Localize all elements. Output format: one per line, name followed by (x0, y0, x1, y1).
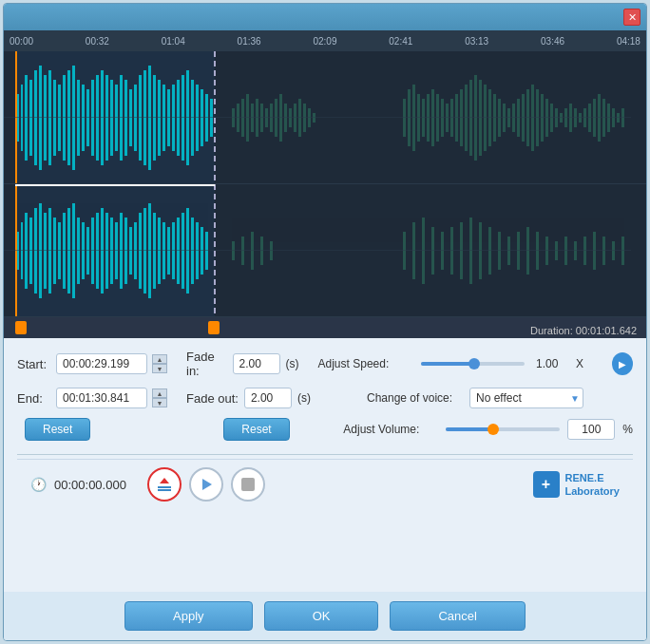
transport-bar: 🕐 00:00:00.000 + (17, 459, 633, 509)
waveform-tracks[interactable] (4, 51, 646, 317)
time-display: 00:00:00.000 (54, 478, 140, 492)
speed-unit: X (576, 357, 604, 370)
fade-in-unit: (s) (286, 357, 299, 370)
timeline-marks: 00:00 00:32 01:04 01:36 02:09 02:41 03:1… (6, 36, 644, 47)
title-bar: ✕ (4, 4, 646, 30)
controls-row-1: Start: ▲ ▼ Fade in: (s) Adjust Speed: (17, 350, 633, 378)
volume-unit: % (622, 423, 633, 436)
volume-label: Adjust Volume: (343, 423, 438, 436)
end-input[interactable] (56, 388, 147, 408)
waveform-svg-2 (4, 184, 646, 317)
logo-area: + RENE.E Laboratory (533, 471, 620, 499)
stop-icon (241, 478, 255, 491)
end-group: End: ▲ ▼ (17, 388, 167, 408)
fade-in-input[interactable] (233, 353, 280, 374)
svg-rect-186 (4, 250, 631, 251)
waveform-track-2[interactable] (4, 184, 646, 317)
cancel-button[interactable]: Cancel (390, 601, 525, 631)
speed-slider-thumb[interactable] (468, 358, 480, 369)
voice-label: Change of voice: (367, 391, 462, 405)
waveform-svg-1 (4, 51, 646, 184)
scrollbar-area[interactable]: Duration: 00:01:01.642 (4, 317, 646, 338)
logo-text: RENE.E Laboratory (565, 471, 620, 499)
timeline-mark: 02:09 (313, 36, 336, 47)
waveform-section: 00:00 00:32 01:04 01:36 02:09 02:41 03:1… (4, 30, 646, 338)
ok-button[interactable]: OK (264, 601, 379, 631)
controls-section: Start: ▲ ▼ Fade in: (s) Adjust Speed: (4, 338, 646, 592)
volume-slider-thumb[interactable] (488, 424, 499, 435)
speed-play-btn[interactable]: ▶ (612, 352, 633, 375)
svg-marker-190 (202, 479, 212, 490)
timeline-mark: 01:04 (162, 36, 185, 47)
timeline-mark: 00:32 (86, 36, 109, 47)
svg-rect-111 (4, 117, 631, 118)
end-label: End: (17, 391, 50, 406)
end-up-btn[interactable]: ▲ (152, 388, 167, 398)
speed-label: Adjust Speed: (318, 357, 413, 370)
main-window: ✕ 00:00 00:32 01:04 01:36 02:09 02:41 03… (3, 3, 647, 641)
voice-row: Change of voice: No effect Helium Robot … (367, 388, 633, 408)
clock-icon: 🕐 (30, 477, 47, 492)
timeline-mark: 02:41 (389, 36, 412, 47)
speed-slider-fill (421, 362, 473, 366)
scroll-right-handle[interactable] (208, 321, 220, 334)
start-down-btn[interactable]: ▼ (152, 364, 167, 373)
divider (17, 454, 633, 455)
waveform-track-1[interactable] (4, 51, 646, 184)
duration-label: Duration: 00:01:01.642 (530, 325, 637, 336)
voice-select-wrapper: No effect Helium Robot Echo ▼ (469, 388, 583, 408)
voice-select[interactable]: No effect Helium Robot Echo (469, 388, 583, 408)
fade-in-group: Fade in: (s) (186, 350, 299, 378)
reset1-container: Reset (25, 418, 90, 441)
fade-in-label: Fade in: (186, 350, 227, 378)
start-label: Start: (17, 357, 50, 371)
volume-row: Adjust Volume: % (343, 419, 633, 440)
reset2-container: Reset (223, 418, 289, 441)
svg-rect-188 (158, 489, 171, 491)
volume-slider-fill (446, 427, 491, 431)
start-up-btn[interactable]: ▲ (152, 354, 167, 364)
controls-row-3: Reset Reset Adjust Volume: % (17, 418, 633, 441)
start-input[interactable] (56, 353, 147, 374)
reset-fade-button[interactable]: Reset (223, 418, 289, 441)
volume-input[interactable] (567, 419, 615, 440)
play-icon (200, 478, 213, 491)
fade-out-group: Fade out: (s) (186, 388, 311, 408)
close-button[interactable]: ✕ (623, 9, 640, 26)
timeline-bar: 00:00 00:32 01:04 01:36 02:09 02:41 03:1… (4, 30, 646, 51)
fade-out-unit: (s) (297, 391, 311, 405)
apply-button[interactable]: Apply (124, 601, 253, 631)
end-spinner[interactable]: ▲ ▼ (152, 388, 167, 407)
fade-out-input[interactable] (244, 388, 292, 408)
timeline-mark: 01:36 (238, 36, 261, 47)
timeline-mark: 03:46 (541, 36, 564, 47)
scroll-left-handle[interactable] (15, 321, 27, 334)
end-down-btn[interactable]: ▼ (152, 398, 167, 407)
reset-start-button[interactable]: Reset (25, 418, 90, 441)
speed-value: 1.00 (536, 357, 564, 370)
voice-row-container: Change of voice: No effect Helium Robot … (367, 388, 633, 408)
speed-slider-track[interactable] (421, 362, 526, 366)
timeline-mark: 00:00 (10, 36, 33, 47)
play-button[interactable] (189, 467, 223, 502)
stop-button[interactable] (231, 467, 265, 502)
start-group: Start: ▲ ▼ (17, 353, 167, 374)
right-controls: Adjust Speed: 1.00 X ▶ (318, 352, 633, 375)
logo-cross-icon: + (533, 471, 560, 498)
start-spinner[interactable]: ▲ ▼ (152, 354, 167, 373)
timeline-mark: 03:13 (465, 36, 488, 47)
fade-out-label: Fade out: (186, 391, 239, 406)
export-button[interactable] (147, 467, 182, 502)
controls-row-2: End: ▲ ▼ Fade out: (s) Change of voice: (17, 388, 633, 408)
volume-row-container: Adjust Volume: % (343, 419, 633, 440)
svg-rect-187 (158, 486, 171, 488)
timeline-mark: 04:18 (617, 36, 640, 47)
export-icon (157, 477, 172, 492)
svg-marker-189 (160, 478, 169, 483)
footer-buttons: Apply OK Cancel (4, 592, 646, 640)
speed-row: Adjust Speed: 1.00 X ▶ (318, 352, 633, 375)
volume-slider-track[interactable] (446, 427, 560, 431)
